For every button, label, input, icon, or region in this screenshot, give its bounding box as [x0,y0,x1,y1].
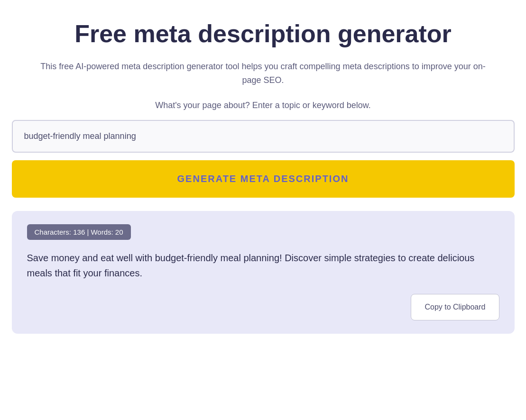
page-prompt: What's your page about? Enter a topic or… [155,100,371,110]
stats-badge: Characters: 136 | Words: 20 [27,224,131,240]
topic-input[interactable] [12,120,515,153]
result-box: Characters: 136 | Words: 20 Save money a… [12,211,515,334]
copy-to-clipboard-button[interactable]: Copy to Clipboard [411,294,499,320]
page-title: Free meta description generator [74,19,452,48]
main-container: Free meta description generator This fre… [12,19,515,334]
page-description: This free AI-powered meta description ge… [36,60,491,87]
generate-button[interactable]: GENERATE META DESCRIPTION [12,160,515,198]
copy-button-wrapper: Copy to Clipboard [27,294,499,320]
result-text: Save money and eat well with budget-frie… [27,250,499,281]
input-wrapper [12,120,515,153]
